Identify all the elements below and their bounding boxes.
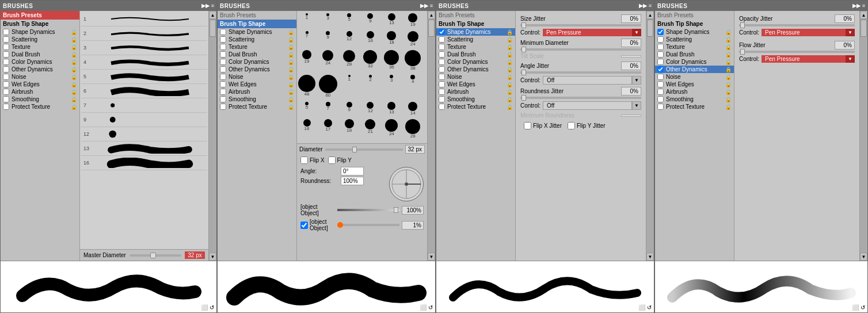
cb-smooth-3[interactable] <box>439 96 445 102</box>
brush-list-item-airbrush-4[interactable]: Airbrush 🔒 <box>655 88 734 96</box>
stroke-row-7[interactable]: 7 <box>81 98 207 113</box>
brush-tip-shape-label-2[interactable]: Brush Tip Shape <box>218 20 296 28</box>
swatch-12[interactable]: 24 <box>405 30 421 49</box>
swatch-20[interactable]: 60 <box>320 74 336 101</box>
swatch-6[interactable]: 19 <box>405 13 421 30</box>
angle-off-dd[interactable]: Off ▼ <box>543 76 641 85</box>
brush-list-item-smooth-3[interactable]: Smoothing 🔒 <box>436 96 515 103</box>
scroll-thumb-3[interactable] <box>647 20 653 37</box>
brush-list-item-other-2[interactable]: Other Dynamics 🔒 <box>218 66 296 73</box>
swatch-3[interactable]: 5 <box>341 13 357 30</box>
cb-texture-1[interactable] <box>3 44 9 50</box>
cb-shape-dyn-4[interactable] <box>657 29 664 35</box>
panel1-list-title[interactable]: Brush Presets <box>1 11 79 20</box>
stroke-row-3[interactable]: 3 <box>81 41 207 55</box>
flip-y-jitter-cb[interactable] <box>568 122 575 129</box>
cb-shape-dyn-3[interactable] <box>439 29 445 35</box>
flip-y-jitter-label[interactable]: Flip Y Jitter <box>568 122 606 129</box>
brush-tip-shape-label-4[interactable]: Brush Tip Shape <box>655 20 734 28</box>
swatch-19[interactable]: 48 <box>299 74 315 101</box>
flip-x-label[interactable]: Flip X <box>300 156 325 164</box>
swatch-22[interactable]: 2 <box>362 74 378 101</box>
diameter-thumb-1[interactable] <box>150 253 156 258</box>
brush-list-item-color-3[interactable]: Color Dynamics 🔒 <box>436 58 515 66</box>
panel3-menu-icon[interactable]: ≡ <box>649 3 652 9</box>
cb-shape-dyn-2[interactable] <box>220 29 226 35</box>
swatch-10[interactable]: 16 <box>362 30 378 49</box>
cb-smooth-4[interactable] <box>657 96 664 102</box>
swatch-35[interactable]: 24 <box>383 119 399 142</box>
swatch-29[interactable]: 13 <box>383 101 399 119</box>
flow-jitter-slider[interactable] <box>739 51 855 53</box>
swatch-25[interactable]: 5 <box>299 101 315 119</box>
brush-list-item-smooth-4[interactable]: Smoothing 🔒 <box>655 96 734 103</box>
swatch-32[interactable]: 17 <box>320 119 336 142</box>
brush-list-item-texture-3[interactable]: Texture 🔒 <box>436 43 515 51</box>
diam-slider-2[interactable] <box>325 148 403 151</box>
cb-noise-4[interactable] <box>657 74 664 80</box>
hardness-thumb[interactable] <box>394 207 398 213</box>
stroke-row-2[interactable]: 2 <box>81 26 207 41</box>
cb-protect-3[interactable] <box>439 104 445 110</box>
brush-list-item-protect-4[interactable]: Protect Texture 🔒 <box>655 103 734 110</box>
brush-list-item-color-2[interactable]: Color Dynamics 🔒 <box>218 58 296 66</box>
swatch-36[interactable]: 28 <box>405 119 421 142</box>
brush-list-item-smooth-2[interactable]: Smoothing 🔒 <box>218 96 296 103</box>
swatch-33[interactable]: 18 <box>341 119 357 142</box>
brush-list-item-wetedges-4[interactable]: Wet Edges 🔒 <box>655 81 734 88</box>
cb-wet-4[interactable] <box>657 81 664 87</box>
cb-shape-dyn-1[interactable] <box>3 29 9 35</box>
brush-list-item-other-1[interactable]: Other Dynamics 🔒 <box>1 66 79 73</box>
cb-protect-2[interactable] <box>220 104 226 110</box>
cb-texture-3[interactable] <box>439 44 445 50</box>
brush-list-item-shape-dyn-4[interactable]: Shape Dynamics 🔒 <box>655 28 734 36</box>
scroll-down-3[interactable]: ▼ <box>646 253 654 261</box>
cb-dual-4[interactable] <box>657 51 664 58</box>
angle-input[interactable] <box>341 167 364 175</box>
cb-color-3[interactable] <box>439 59 445 65</box>
swatch-14[interactable]: 24 <box>320 49 336 74</box>
preview-btn-8[interactable]: ↺ <box>861 304 865 311</box>
flow-jitter-thumb[interactable] <box>740 49 745 55</box>
cb-scatter-4[interactable] <box>657 36 664 43</box>
brush-list-item-scatter-1[interactable]: Scattering 🔒 <box>1 36 79 43</box>
opacity-jitter-thumb[interactable] <box>740 22 745 28</box>
brush-list-item-noise-1[interactable]: Noise 🔒 <box>1 73 79 81</box>
panel1-menu-icon[interactable]: ≡ <box>211 3 214 9</box>
cb-airbrush-4[interactable] <box>657 89 664 95</box>
brush-list-item-other-3[interactable]: Other Dynamics 🔒 <box>436 66 515 73</box>
scroll-thumb-2[interactable] <box>428 20 435 37</box>
preview-btn-6[interactable]: ↺ <box>647 304 652 311</box>
diam-thumb-2[interactable] <box>352 147 357 152</box>
swatch-4[interactable]: 9 <box>362 13 378 30</box>
brush-list-item-scatter-3[interactable]: Scattering 🔒 <box>436 36 515 43</box>
cb-wet-2[interactable] <box>220 81 226 87</box>
size-jitter-slider[interactable] <box>520 24 641 26</box>
min-diam-thumb[interactable] <box>521 47 526 52</box>
panel2-list-title[interactable]: Brush Presets <box>218 11 296 20</box>
cb-noise-3[interactable] <box>439 74 445 80</box>
flow-pp-arrow[interactable]: ▼ <box>846 55 855 63</box>
brush-list-item-texture-4[interactable]: Texture 🔒 <box>655 43 734 51</box>
cb-scatter-3[interactable] <box>439 36 445 43</box>
swatch-26[interactable]: 7 <box>320 101 336 119</box>
cb-protect-4[interactable] <box>657 104 664 110</box>
cb-dual-1[interactable] <box>3 51 9 58</box>
swatch-34[interactable]: 21 <box>362 119 378 142</box>
cb-airbrush-1[interactable] <box>3 89 9 95</box>
cb-texture-2[interactable] <box>220 44 226 50</box>
flip-y-label[interactable]: Flip Y <box>328 156 352 164</box>
brush-list-item-shape-dyn-2[interactable]: Shape Dynamics 🔒 <box>218 28 296 36</box>
stroke-row-10[interactable]: 13 <box>81 142 207 156</box>
swatch-1[interactable]: 1 <box>299 13 315 30</box>
opacity-jitter-slider[interactable] <box>739 24 855 26</box>
brush-list-item-color-4[interactable]: Color Dynamics 🔒 <box>655 58 734 66</box>
cb-airbrush-3[interactable] <box>439 89 445 95</box>
opacity-pp-dd[interactable]: Pen Pressure ▼ <box>762 29 855 36</box>
brush-tip-shape-label-1[interactable]: Brush Tip Shape <box>1 20 79 28</box>
stroke-row-6[interactable]: 6 <box>81 84 207 98</box>
stroke-row-4[interactable]: 4 <box>81 55 207 70</box>
stroke-row-11[interactable]: 16 <box>81 156 207 170</box>
cb-dual-2[interactable] <box>220 51 226 58</box>
swatch-30[interactable]: 14 <box>405 101 421 119</box>
